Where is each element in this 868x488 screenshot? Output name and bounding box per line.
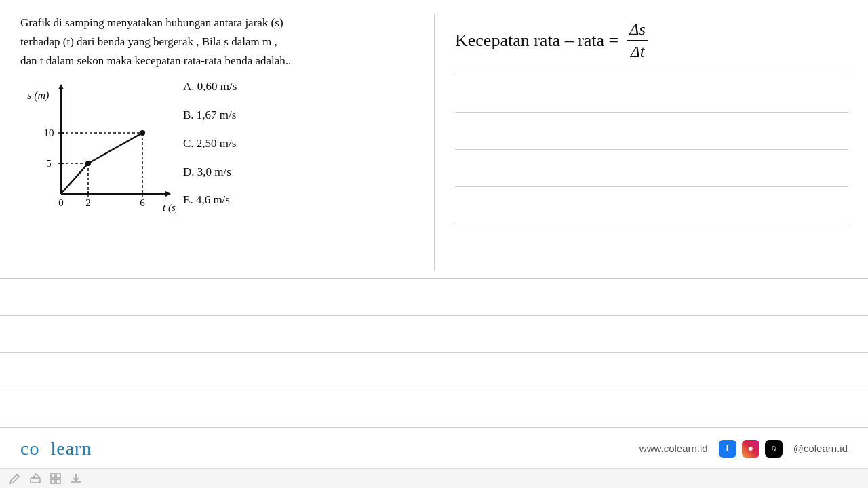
svg-text:t (s): t (s) xyxy=(163,202,176,214)
question-text: Grafik di samping menyatakan hubungan an… xyxy=(20,14,434,70)
option-e[interactable]: E. 4,6 m/s xyxy=(183,192,237,208)
svg-rect-23 xyxy=(31,478,40,483)
right-panel: Kecepatan rata – rata = Δs Δt xyxy=(434,14,848,271)
download-icon[interactable] xyxy=(69,472,83,485)
option-c[interactable]: C. 2,50 m/s xyxy=(183,136,237,152)
svg-text:10: 10 xyxy=(44,127,54,138)
svg-point-21 xyxy=(85,161,91,166)
pencil-icon[interactable] xyxy=(8,472,22,485)
option-a[interactable]: A. 0,60 m/s xyxy=(183,79,237,95)
footer-logo: co learn xyxy=(20,438,92,460)
facebook-icon[interactable]: f xyxy=(719,440,736,458)
full-width-ruled xyxy=(0,278,868,428)
question-line2: terhadap (t) dari benda yang bergerak , … xyxy=(20,33,434,52)
question-line3: dan t dalam sekon maka kecepatan rata-ra… xyxy=(20,52,434,70)
formula-fraction: Δs Δt xyxy=(627,20,648,61)
formula-numerator: Δs xyxy=(627,20,648,41)
svg-point-22 xyxy=(140,130,145,136)
svg-line-20 xyxy=(88,133,142,163)
toolbar xyxy=(0,468,868,488)
grid-icon[interactable] xyxy=(49,472,62,485)
answer-lines xyxy=(455,75,848,271)
content-area: Grafik di samping menyatakan hubungan an… xyxy=(0,0,868,278)
footer: co learn www.colearn.id f ● ♫ @colearn.i… xyxy=(0,428,868,468)
full-ruled-line-4 xyxy=(0,390,868,428)
svg-text:2: 2 xyxy=(85,197,91,208)
answer-line-1 xyxy=(455,75,848,113)
option-d[interactable]: D. 3,0 m/s xyxy=(183,164,237,180)
answer-line-4 xyxy=(455,187,848,224)
answer-line-3 xyxy=(455,150,848,187)
svg-marker-3 xyxy=(165,191,171,197)
svg-rect-27 xyxy=(56,479,60,483)
eraser-icon[interactable] xyxy=(28,472,42,485)
svg-rect-25 xyxy=(56,474,60,478)
options-container: A. 0,60 m/s B. 1,67 m/s C. 2,50 m/s D. 3… xyxy=(183,79,237,220)
left-panel: Grafik di samping menyatakan hubungan an… xyxy=(20,14,434,271)
svg-rect-26 xyxy=(51,479,55,483)
graph-and-options: s (m) 5 10 0 2 xyxy=(20,79,434,230)
formula-prefix: Kecepatan rata – rata = xyxy=(455,30,618,51)
svg-rect-24 xyxy=(51,474,55,478)
formula-denominator: Δt xyxy=(628,41,648,61)
svg-text:s (m): s (m) xyxy=(27,89,49,102)
svg-marker-1 xyxy=(58,84,64,89)
formula-area: Kecepatan rata – rata = Δs Δt xyxy=(455,14,848,75)
answer-line-2 xyxy=(455,113,848,150)
graph-container: s (m) 5 10 0 2 xyxy=(20,79,176,230)
svg-text:0: 0 xyxy=(58,197,64,208)
tiktok-icon[interactable]: ♫ xyxy=(765,440,783,458)
svg-line-19 xyxy=(61,163,88,194)
svg-text:5: 5 xyxy=(46,158,52,169)
full-ruled-line-2 xyxy=(0,316,868,353)
option-b[interactable]: B. 1,67 m/s xyxy=(183,107,237,123)
footer-logo-co: co xyxy=(20,438,39,459)
instagram-icon[interactable]: ● xyxy=(742,440,760,458)
footer-website: www.colearn.id xyxy=(639,443,708,454)
full-ruled-line-3 xyxy=(0,353,868,390)
footer-handle: @colearn.id xyxy=(793,443,848,454)
formula-text: Kecepatan rata – rata = Δs Δt xyxy=(455,20,848,61)
question-line1: Grafik di samping menyatakan hubungan an… xyxy=(20,14,434,33)
svg-text:6: 6 xyxy=(140,197,145,208)
main-container: Grafik di samping menyatakan hubungan an… xyxy=(0,0,868,488)
footer-right: www.colearn.id f ● ♫ @colearn.id xyxy=(639,440,848,458)
footer-logo-learn: learn xyxy=(50,438,92,459)
footer-social: f ● ♫ xyxy=(719,440,783,458)
full-ruled-line-1 xyxy=(0,279,868,316)
graph-svg: s (m) 5 10 0 2 xyxy=(20,79,176,228)
